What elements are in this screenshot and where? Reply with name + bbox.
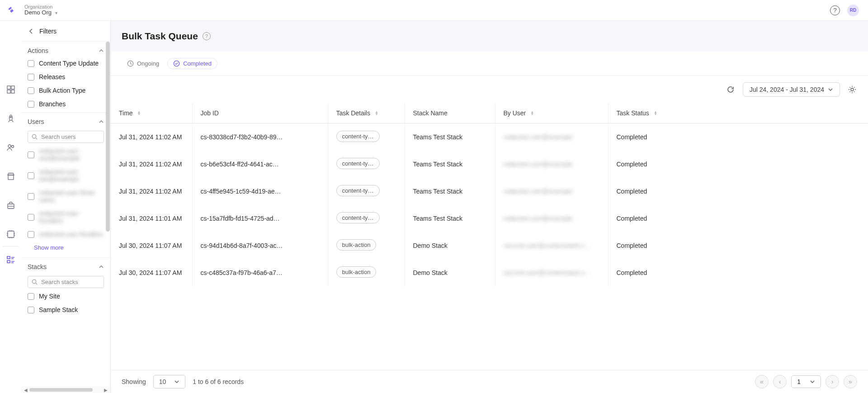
filter-user-item[interactable]: redacted-user-two@example: [28, 168, 104, 183]
filters-back[interactable]: Filters: [21, 21, 110, 42]
cell-stack-name: Demo Stack: [405, 232, 495, 259]
svg-rect-11: [7, 260, 10, 263]
cell-time: Jul 30, 2024 11:07 AM: [111, 259, 192, 286]
cell-job-id: cs-94d14b6d-8a7f-4003-ac…: [192, 232, 328, 259]
cell-task-details: content-ty…: [328, 123, 405, 151]
table-row[interactable]: Jul 30, 2024 11:07 AMcs-c485c37a-f97b-46…: [111, 259, 868, 286]
chevron-down-icon: [810, 379, 815, 384]
avatar[interactable]: RD: [847, 5, 859, 16]
settings-button[interactable]: [847, 85, 857, 95]
help-icon[interactable]: ?: [830, 5, 840, 15]
svg-rect-3: [11, 90, 14, 93]
page-next-button[interactable]: ›: [826, 375, 839, 388]
cell-time: Jul 31, 2024 11:02 AM: [111, 123, 192, 151]
users-show-more[interactable]: Show more: [21, 242, 110, 257]
top-header: Organization Demo Org ? RD: [0, 0, 868, 21]
filter-stack-sample[interactable]: Sample Stack: [28, 306, 104, 313]
cell-stack-name: Demo Stack: [405, 259, 495, 286]
cell-status: Completed: [608, 178, 868, 205]
svg-rect-0: [7, 86, 10, 89]
nav-tasks-icon[interactable]: [5, 254, 16, 265]
col-by-user[interactable]: By User▲▼: [495, 103, 608, 123]
cell-stack-name: Teams Test Stack: [405, 123, 495, 151]
chevron-down-icon: [53, 9, 57, 16]
cell-time: Jul 30, 2024 11:07 AM: [111, 232, 192, 259]
nav-people-icon[interactable]: [5, 142, 16, 153]
page-help-icon[interactable]: ?: [203, 32, 211, 40]
nav-extension-icon[interactable]: [5, 229, 16, 240]
refresh-button[interactable]: [726, 85, 736, 95]
cell-stack-name: Teams Test Stack: [405, 151, 495, 178]
tasks-table: Time▲▼ Job ID Task Details▲▼ Stack Name …: [111, 103, 868, 286]
col-job-id[interactable]: Job ID: [192, 103, 328, 123]
cell-job-id: cs-83038cd7-f3b2-40b9-89…: [192, 123, 328, 151]
filter-branches[interactable]: Branches: [28, 100, 104, 108]
cell-time: Jul 31, 2024 11:02 AM: [111, 151, 192, 178]
cell-by-user: second.user@contentstack.c…: [495, 232, 608, 259]
search-icon: [32, 279, 38, 285]
sidebar-h-scrollbar[interactable]: ◀ ▶: [21, 387, 110, 393]
table-row[interactable]: Jul 30, 2024 11:07 AMcs-94d14b6d-8a7f-40…: [111, 232, 868, 259]
cell-status: Completed: [608, 151, 868, 178]
col-task-status[interactable]: Task Status▲▼: [608, 103, 868, 123]
svg-point-12: [32, 134, 36, 138]
filter-content-type-update[interactable]: Content Type Update: [28, 60, 104, 67]
date-range-picker[interactable]: Jul 24, 2024 - Jul 31, 2024: [743, 82, 840, 97]
svg-rect-10: [7, 256, 10, 259]
table-row[interactable]: Jul 31, 2024 11:02 AMcs-4ff5e945-1c59-4d…: [111, 178, 868, 205]
cell-task-details: content-ty…: [328, 178, 405, 205]
nav-rail: [0, 21, 21, 393]
nav-dashboard-icon[interactable]: [5, 84, 16, 95]
table-row[interactable]: Jul 31, 2024 11:02 AMcs-83038cd7-f3b2-40…: [111, 123, 868, 151]
filter-stack-my-site[interactable]: My Site: [28, 293, 104, 300]
filter-user-item[interactable]: redacted-user-four@ex: [28, 210, 104, 224]
cell-task-details: content-ty…: [328, 205, 405, 232]
cell-by-user: redacted.user@example: [495, 178, 608, 205]
page-first-button[interactable]: «: [755, 375, 769, 388]
pagination-footer: Showing 10 1 to 6 of 6 records « ‹ 1 › »: [111, 370, 868, 393]
cell-stack-name: Teams Test Stack: [405, 178, 495, 205]
tab-completed[interactable]: Completed: [167, 58, 217, 69]
filter-releases[interactable]: Releases: [28, 73, 104, 80]
sidebar-scrollbar[interactable]: [106, 42, 110, 232]
cell-job-id: cs-b6e53cf4-ff2d-4641-ac…: [192, 151, 328, 178]
col-stack-name[interactable]: Stack Name: [405, 103, 495, 123]
page-size-select[interactable]: 10: [153, 375, 186, 388]
page-prev-button[interactable]: ‹: [773, 375, 787, 388]
col-task-details[interactable]: Task Details▲▼: [328, 103, 405, 123]
table-row[interactable]: Jul 31, 2024 11:02 AMcs-b6e53cf4-ff2d-46…: [111, 151, 868, 178]
scroll-left-icon[interactable]: ◀: [24, 388, 28, 393]
search-icon: [32, 134, 38, 140]
tab-ongoing[interactable]: Ongoing: [127, 58, 159, 69]
filter-section-actions[interactable]: Actions: [21, 42, 110, 60]
col-time[interactable]: Time▲▼: [111, 103, 192, 123]
check-circle-icon: [173, 60, 180, 67]
cell-job-id: cs-c485c37a-f97b-46a6-a7…: [192, 259, 328, 286]
filter-bulk-action-type[interactable]: Bulk Action Type: [28, 87, 104, 94]
search-stacks-input[interactable]: Search stacks: [28, 276, 104, 288]
svg-rect-7: [8, 175, 14, 180]
page-number-select[interactable]: 1: [791, 375, 821, 388]
filter-user-item[interactable]: redacted-user-one@example: [28, 147, 104, 162]
svg-rect-1: [11, 86, 14, 89]
nav-rocket-icon[interactable]: [5, 113, 16, 124]
page-last-button[interactable]: »: [844, 375, 857, 388]
table-toolbar: Jul 24, 2024 - Jul 31, 2024: [111, 76, 868, 103]
tabs: Ongoing Completed: [111, 52, 868, 76]
filter-section-stacks[interactable]: Stacks: [21, 258, 110, 276]
filter-section-users[interactable]: Users: [21, 113, 110, 131]
org-selector[interactable]: Organization Demo Org: [24, 4, 57, 16]
filter-user-item[interactable]: redacted-user-five@ex: [28, 231, 104, 238]
svg-rect-9: [8, 231, 14, 237]
filter-user-item[interactable]: redacted-user-three name: [28, 189, 104, 204]
nav-store-icon[interactable]: [5, 171, 16, 182]
table-row[interactable]: Jul 31, 2024 11:01 AMcs-15a7fdfb-fd15-47…: [111, 205, 868, 232]
svg-point-5: [8, 145, 11, 147]
scroll-right-icon[interactable]: ▶: [104, 388, 108, 393]
sort-icon: ▲▼: [530, 111, 534, 115]
nav-toolbox-icon[interactable]: [5, 200, 16, 211]
cell-status: Completed: [608, 259, 868, 286]
svg-rect-2: [7, 90, 10, 93]
search-users-input[interactable]: Search users: [28, 131, 104, 143]
main-content: Bulk Task Queue ? Ongoing Completed Jul …: [111, 21, 868, 393]
